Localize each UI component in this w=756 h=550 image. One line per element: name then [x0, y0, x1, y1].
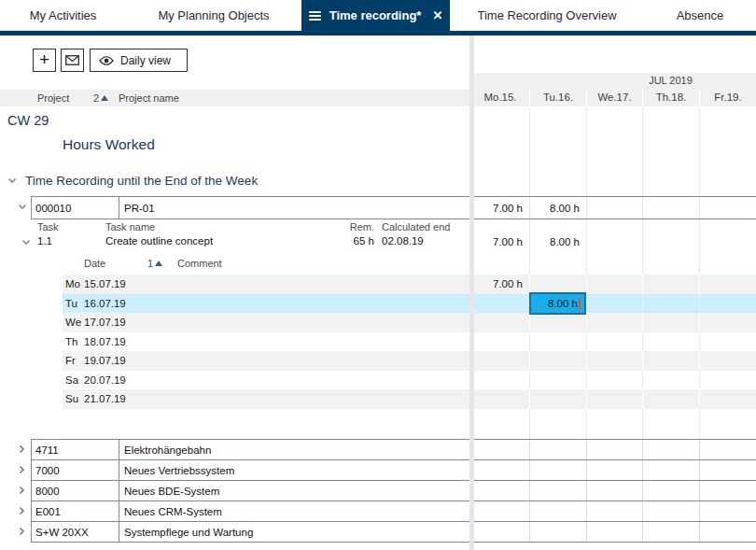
project-hours-mo[interactable]: 7.00 h: [471, 197, 529, 219]
task-hours-fr[interactable]: [699, 234, 756, 249]
day-cell[interactable]: [586, 460, 642, 480]
day-cell[interactable]: [642, 351, 699, 371]
day-cell[interactable]: [529, 313, 586, 332]
date-row-fr[interactable]: Fr 19.07.19: [63, 351, 756, 371]
day-cell[interactable]: [642, 481, 699, 501]
day-cell[interactable]: [699, 460, 756, 480]
day-cell[interactable]: [699, 389, 756, 409]
project-code-cell[interactable]: S+W 20XX: [31, 522, 119, 542]
project-name-cell[interactable]: Neues CRM-System: [119, 501, 471, 521]
day-cell[interactable]: [471, 371, 529, 390]
day-cell[interactable]: [642, 371, 699, 390]
project-row-e001[interactable]: E001 Neues CRM-System: [31, 501, 756, 521]
day-cell[interactable]: [586, 440, 642, 459]
day-cell[interactable]: [699, 501, 756, 521]
date-row-tu-selected[interactable]: Tu 16.07.19: [63, 294, 756, 314]
add-button[interactable]: +: [33, 49, 56, 72]
day-cell[interactable]: [471, 481, 529, 501]
day-cell[interactable]: [529, 332, 586, 352]
day-cell[interactable]: [586, 522, 642, 542]
column-header-rem[interactable]: Rem.: [327, 221, 374, 233]
day-cell[interactable]: [471, 501, 529, 521]
column-header-project[interactable]: Project: [37, 90, 69, 106]
day-cell[interactable]: [699, 522, 756, 542]
day-cell[interactable]: [699, 294, 756, 314]
task-name[interactable]: Create outline concept: [105, 235, 213, 247]
day-cell[interactable]: [586, 332, 642, 352]
day-cell[interactable]: [642, 275, 699, 294]
day-cell[interactable]: [586, 313, 642, 332]
day-cell[interactable]: [699, 275, 756, 294]
column-header-comment[interactable]: Comment: [177, 258, 222, 269]
day-cell[interactable]: [529, 501, 586, 521]
project-code-cell[interactable]: 8000: [31, 481, 119, 501]
day-cell[interactable]: [471, 460, 529, 480]
project-row-4711[interactable]: 4711 Elektrohängebahn: [31, 439, 756, 459]
day-cell[interactable]: [586, 275, 642, 294]
day-cell[interactable]: [586, 371, 642, 390]
day-cell[interactable]: [642, 389, 699, 409]
day-cell[interactable]: [471, 332, 529, 352]
day-cell[interactable]: [642, 332, 699, 352]
day-cell[interactable]: [471, 389, 529, 409]
day-cell[interactable]: [642, 440, 699, 459]
project-row-sw20xx[interactable]: S+W 20XX Systempflege und Wartung: [31, 521, 756, 543]
sort-indicator-project[interactable]: 2: [93, 90, 108, 106]
day-cell[interactable]: [642, 313, 699, 332]
day-cell[interactable]: [471, 440, 529, 459]
pane-splitter[interactable]: [469, 35, 474, 550]
day-cell[interactable]: [642, 294, 699, 314]
day-cell[interactable]: [699, 351, 756, 371]
date-row-sa[interactable]: Sa 20.07.19: [63, 371, 756, 390]
tab-my-activities[interactable]: My Activities: [0, 0, 126, 31]
day-cell[interactable]: [642, 460, 699, 480]
project-code-cell[interactable]: 000010: [31, 197, 119, 219]
project-name-cell[interactable]: Neues Vertriebssystem: [119, 460, 471, 480]
day-cell[interactable]: [699, 313, 756, 332]
tab-time-recording[interactable]: Time recording* ✕: [301, 0, 450, 31]
day-cell[interactable]: [642, 501, 699, 521]
chevron-down-icon[interactable]: [18, 204, 27, 210]
project-name-cell[interactable]: Neues BDE-System: [119, 481, 471, 501]
task-id[interactable]: 1.1: [37, 235, 52, 247]
project-hours-we[interactable]: [586, 197, 642, 219]
project-row-8000[interactable]: 8000 Neues BDE-System: [31, 480, 756, 501]
project-row-000010[interactable]: 000010 PR-01 7.00 h 8.00 h: [31, 196, 756, 219]
day-cell[interactable]: [642, 522, 699, 542]
task-hours-tu[interactable]: 8.00 h: [529, 234, 586, 249]
project-row-7000[interactable]: 7000 Neues Vertriebssystem: [31, 459, 756, 480]
tab-my-planning-objects[interactable]: My Planning Objects: [126, 0, 301, 31]
day-cell[interactable]: [586, 501, 642, 521]
day-cell[interactable]: [529, 481, 586, 501]
day-cell[interactable]: [699, 371, 756, 390]
column-header-calculated-end[interactable]: Calculated end: [382, 221, 450, 233]
column-header-task-name[interactable]: Task name: [105, 221, 155, 233]
day-cell[interactable]: [586, 351, 642, 371]
chevron-right-icon[interactable]: [19, 527, 25, 536]
day-cell[interactable]: [471, 351, 529, 371]
day-cell[interactable]: [529, 460, 586, 480]
section-time-recording-week[interactable]: Time Recording until the End of the Week: [25, 174, 258, 188]
tab-time-recording-overview[interactable]: Time Recording Overview: [450, 0, 644, 31]
chevron-down-icon[interactable]: [7, 177, 17, 184]
day-cell[interactable]: [529, 522, 586, 542]
day-cell[interactable]: [529, 275, 586, 294]
chevron-right-icon[interactable]: [19, 506, 25, 515]
column-header-project-name[interactable]: Project name: [119, 90, 179, 106]
project-code-cell[interactable]: 4711: [31, 440, 119, 459]
day-cell[interactable]: [699, 481, 756, 501]
project-name-cell[interactable]: Systempflege und Wartung: [119, 522, 471, 542]
project-name-cell[interactable]: PR-01: [119, 197, 471, 219]
day-hours-mo[interactable]: 7.00 h: [471, 275, 529, 294]
day-cell[interactable]: [471, 522, 529, 542]
hours-edit-cell[interactable]: 8.00 h: [529, 292, 586, 315]
day-cell[interactable]: [471, 313, 529, 332]
project-name-cell[interactable]: Elektrohängebahn: [119, 440, 471, 459]
day-cell[interactable]: [529, 371, 586, 390]
project-hours-tu[interactable]: 8.00 h: [529, 197, 586, 219]
task-hours-th[interactable]: [642, 234, 699, 249]
tab-absence[interactable]: Absence: [644, 0, 756, 31]
day-cell[interactable]: [699, 332, 756, 352]
day-cell[interactable]: [586, 481, 642, 501]
day-cell[interactable]: [699, 440, 756, 459]
